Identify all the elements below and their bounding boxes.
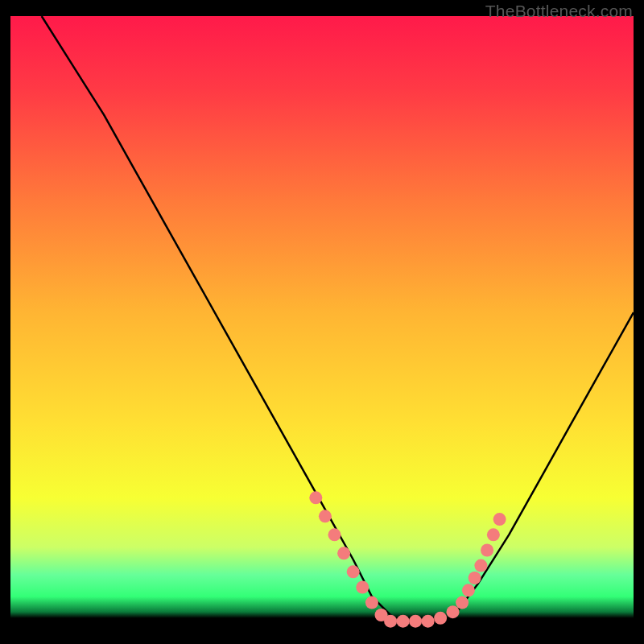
data-point [347,565,360,578]
data-point [409,615,422,628]
data-point [456,597,469,609]
gradient-background [10,16,634,634]
data-point [309,491,322,504]
data-point [434,612,447,625]
data-point [481,544,493,557]
data-point [384,615,397,628]
watermark-text: TheBottleneck.com [485,2,633,21]
data-point [487,528,500,541]
data-point [365,597,378,609]
data-point [397,615,410,628]
data-point [337,547,350,559]
data-point [356,581,369,594]
data-point [319,510,332,522]
bottleneck-chart [10,16,634,634]
data-point [328,528,341,541]
data-point [493,513,506,526]
data-point [462,584,475,597]
data-point [474,559,487,572]
data-point [447,605,460,618]
data-point [469,572,481,584]
chart-frame [10,16,634,634]
data-point [422,615,435,628]
